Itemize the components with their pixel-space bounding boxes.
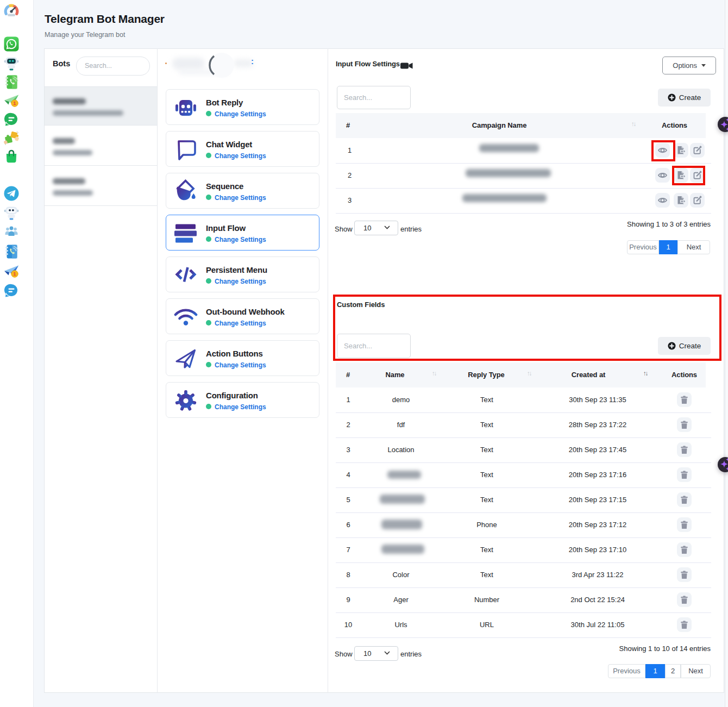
svg-text:1: 1 [13, 271, 16, 277]
svg-text:1: 1 [13, 100, 16, 106]
